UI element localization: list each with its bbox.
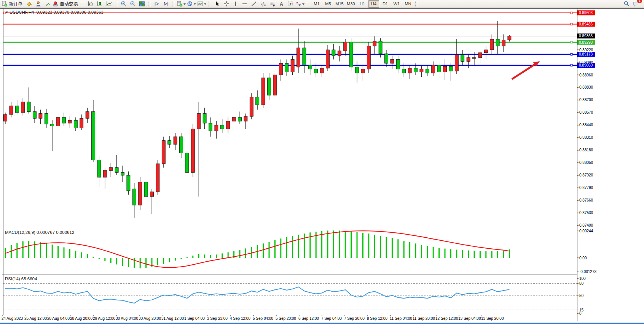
candle	[15, 100, 19, 114]
new-order-button[interactable]: 新订单	[1, 0, 25, 8]
candle	[344, 39, 347, 56]
cursor-icon	[214, 1, 220, 7]
candle	[4, 113, 7, 124]
vertical-line-tool-button[interactable]	[231, 0, 240, 8]
candle	[349, 38, 353, 71]
price-axis[interactable]	[577, 8, 644, 315]
rsi-pane: 1008050150	[3, 276, 586, 316]
chart-window[interactable]: 0.002440.00-0.00127310080501500.892200.8…	[0, 0, 644, 324]
auto-scroll-button[interactable]	[152, 0, 161, 8]
line-handle[interactable]	[571, 64, 572, 66]
chart-ohlc-values: 0.89323 0.89370 0.89306 0.89363	[37, 10, 104, 14]
candle	[156, 160, 159, 194]
candle	[326, 45, 330, 71]
candle	[226, 118, 230, 133]
candle	[268, 73, 271, 100]
profile-button[interactable]	[34, 0, 43, 8]
horizontal-line-tool-button[interactable]	[240, 0, 249, 8]
styles-bucket-button[interactable]	[25, 0, 34, 8]
candle	[39, 110, 42, 124]
toolbar-right-group: 1	[622, 0, 640, 8]
candle	[115, 155, 118, 175]
chart-shift-button[interactable]	[161, 0, 171, 8]
notification-badge: 1	[637, 0, 642, 3]
candle	[168, 136, 171, 148]
tab-d1[interactable]: D1	[380, 0, 391, 8]
signal-button[interactable]	[43, 0, 52, 8]
candle	[426, 65, 429, 76]
bar-chart-button[interactable]	[86, 0, 95, 8]
templates-button[interactable]	[197, 0, 207, 8]
tile-windows-button[interactable]	[137, 0, 147, 8]
candle	[490, 34, 494, 54]
paint-bucket-icon	[26, 1, 32, 7]
candle	[215, 121, 218, 139]
candle	[127, 172, 130, 195]
svg-text:T: T	[290, 2, 292, 6]
candle	[27, 87, 30, 114]
chevron-down-icon	[194, 3, 196, 6]
auto-trading-button[interactable]: 自动交易	[52, 0, 80, 8]
text-label-tool-button[interactable]: T	[286, 0, 295, 8]
trend-arrow-annotation[interactable]	[512, 61, 540, 79]
svg-text:F: F	[273, 4, 275, 7]
trendline-tool-button[interactable]	[249, 0, 258, 8]
indicators-button[interactable]	[176, 0, 187, 8]
toolbar-separator	[82, 1, 84, 7]
line-handle[interactable]	[571, 53, 572, 55]
fibo-channel-icon: F	[269, 1, 275, 7]
tab-h1[interactable]: H1	[357, 0, 368, 8]
tab-mn[interactable]: MN	[403, 0, 413, 8]
zoom-out-button[interactable]	[128, 0, 137, 8]
tab-h4[interactable]: H4	[368, 0, 379, 8]
fibonacci-tool-button[interactable]: fE	[258, 0, 268, 8]
line-handle[interactable]	[571, 12, 572, 14]
candle	[449, 64, 453, 81]
candle	[355, 61, 359, 83]
shapes-tool-button[interactable]	[295, 0, 305, 8]
fibo-channel-tool-button[interactable]: F	[268, 0, 277, 8]
trendline-icon	[251, 1, 257, 7]
candle	[68, 116, 72, 128]
candle	[338, 46, 341, 62]
tab-w1[interactable]: W1	[391, 0, 402, 8]
chart-canvas: 0.002440.00-0.00127310080501500.892200.8…	[0, 0, 644, 324]
candle	[273, 71, 277, 98]
line-chart-button[interactable]	[104, 0, 113, 8]
candle	[391, 56, 394, 69]
candle	[256, 91, 259, 110]
profile-icon	[35, 1, 41, 7]
arrows-shapes-icon	[295, 1, 301, 7]
line-handle[interactable]	[571, 41, 572, 43]
tab-m30[interactable]: M30	[346, 0, 356, 8]
candle	[109, 163, 113, 177]
candle	[238, 111, 242, 124]
periods-button[interactable]	[187, 0, 197, 8]
tab-m15[interactable]: M15	[334, 0, 345, 8]
candle	[291, 56, 294, 75]
toolbar-separator	[209, 1, 211, 7]
notifications-button[interactable]: 1	[631, 0, 640, 8]
candle	[408, 65, 411, 79]
toolbar-separator	[115, 1, 118, 7]
candle	[185, 148, 189, 179]
candle	[432, 61, 435, 76]
cursor-tool-button[interactable]	[213, 0, 222, 8]
tab-m1[interactable]: M1	[311, 0, 322, 8]
toolbar: 新订单 自动交易 fE F A T M1 M5 M15 M30 H1 H4 D1…	[0, 0, 644, 8]
search-button[interactable]	[622, 0, 631, 8]
line-handle[interactable]	[571, 23, 572, 25]
candle	[297, 29, 300, 73]
toolbar-separator	[415, 1, 418, 7]
candle	[502, 34, 505, 52]
tab-m5[interactable]: M5	[323, 0, 333, 8]
candle	[180, 133, 183, 158]
macd-pane: 0.002440.00-0.001273	[5, 229, 596, 274]
time-axis[interactable]	[0, 315, 577, 322]
line-chart-icon	[106, 1, 112, 7]
candlestick-chart-button[interactable]	[95, 0, 104, 8]
zoom-in-button[interactable]	[119, 0, 128, 8]
candle	[174, 133, 177, 150]
crosshair-tool-button[interactable]	[222, 0, 231, 8]
text-tool-button[interactable]: A	[277, 0, 286, 8]
